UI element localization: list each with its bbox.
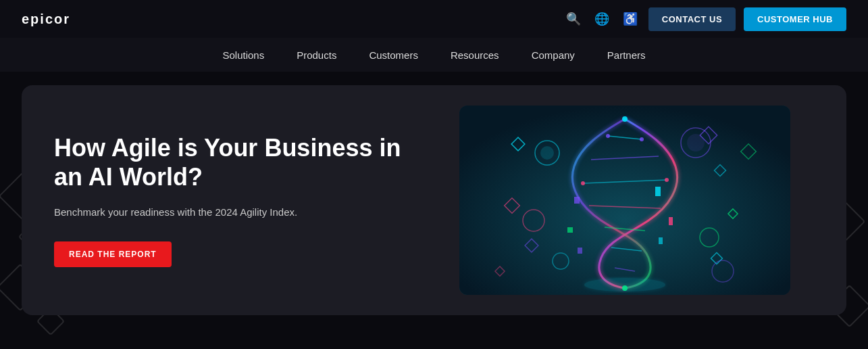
customer-hub-button[interactable]: CUSTOMER HUB	[744, 7, 846, 31]
nav-item-company[interactable]: Company	[532, 47, 575, 64]
svg-rect-28	[567, 227, 573, 233]
accessibility-icon[interactable]: ♿	[620, 9, 640, 29]
svg-rect-0	[459, 106, 790, 295]
hero-content: How Agile is Your Business in an AI Worl…	[54, 133, 432, 268]
nav-item-products[interactable]: Products	[297, 47, 336, 64]
search-icon[interactable]: 🔍	[563, 9, 584, 29]
svg-point-18	[540, 146, 554, 160]
nav-partners-label: Partners	[607, 49, 646, 61]
hero-title: How Agile is Your Business in an AI Worl…	[54, 133, 432, 191]
contact-us-button[interactable]: CONTACT US	[648, 7, 736, 31]
nav-customers-label: Customers	[369, 49, 418, 61]
hero-illustration	[459, 106, 790, 295]
svg-point-20	[687, 134, 705, 152]
header: epicor 🔍 🌐 ♿ CONTACT US CUSTOMER HUB	[0, 0, 868, 38]
hero-section: How Agile is Your Business in an AI Worl…	[22, 85, 846, 315]
logo[interactable]: epicor	[22, 11, 70, 27]
svg-rect-27	[669, 217, 673, 225]
nav-company-label: Company	[532, 49, 575, 61]
svg-point-37	[584, 278, 665, 292]
svg-point-34	[581, 181, 585, 185]
nav-solutions-label: Solutions	[222, 49, 264, 61]
nav-products-label: Products	[297, 49, 336, 61]
svg-rect-29	[659, 237, 663, 244]
hero-subtitle: Benchmark your readiness with the 2024 A…	[54, 205, 432, 220]
nav-item-partners[interactable]: Partners	[607, 47, 646, 64]
svg-point-32	[606, 134, 610, 138]
nav-resources-label: Resources	[451, 49, 499, 61]
hero-image	[459, 106, 790, 295]
svg-rect-26	[574, 197, 580, 204]
header-right: 🔍 🌐 ♿ CONTACT US CUSTOMER HUB	[563, 7, 846, 31]
svg-rect-30	[578, 248, 582, 254]
globe-icon[interactable]: 🌐	[592, 9, 612, 29]
svg-rect-25	[655, 187, 661, 196]
svg-point-31	[622, 116, 628, 122]
read-report-button[interactable]: READ THE REPORT	[54, 241, 172, 267]
logo-text: epicor	[22, 11, 70, 27]
nav-item-resources[interactable]: Resources	[451, 47, 499, 64]
nav-item-solutions[interactable]: Solutions	[222, 47, 264, 64]
svg-point-35	[665, 178, 669, 182]
svg-point-33	[640, 137, 644, 141]
nav-item-customers[interactable]: Customers	[369, 47, 418, 64]
main-nav: Solutions Products Customers Resources C…	[0, 38, 868, 72]
